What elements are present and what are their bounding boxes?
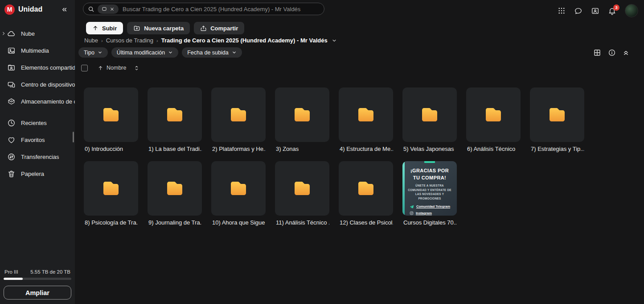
sidebar-item-label: Centro de dispositivos xyxy=(21,81,75,88)
folder-item[interactable]: 6) Análisis Técnico xyxy=(466,87,521,152)
new-folder-button[interactable]: Nueva carpeta xyxy=(127,22,190,34)
sidebar-item-label: Transferencias xyxy=(21,154,59,160)
folder-icon xyxy=(291,178,313,199)
folder-item[interactable]: 3) Zonas xyxy=(275,87,329,152)
sidebar-item-label: Almacenamiento de o xyxy=(21,98,75,105)
file-grid: 0) Introducción 1) La base del Tradi... … xyxy=(84,87,584,226)
folder-icon xyxy=(355,178,377,199)
filter-upload-date-chip[interactable]: Fecha de subida xyxy=(182,47,242,58)
apps-grid-icon[interactable] xyxy=(558,7,566,15)
storage-progress-track xyxy=(4,278,71,280)
chevron-right-icon[interactable] xyxy=(1,31,6,36)
sidebar-item-transferencias[interactable]: Transferencias xyxy=(0,148,75,165)
instagram-link: Instagram xyxy=(416,211,432,215)
chevron-down-icon xyxy=(98,50,103,55)
sort-by-name[interactable]: Nombre xyxy=(107,65,126,71)
mega-logo-icon[interactable]: M xyxy=(4,4,15,15)
app-title: Unidad xyxy=(18,5,60,13)
thumbnail-subtitle: ÚNETE A NUESTRA COMUNIDAD Y ENTÉRATE DE … xyxy=(407,183,452,201)
sidebar-item-centro-de-dispositivos[interactable]: Centro de dispositivos xyxy=(0,76,75,93)
sidebar-item-favoritos[interactable]: Favoritos xyxy=(0,131,75,148)
folder-item[interactable]: 1) La base del Tradi... xyxy=(148,87,202,152)
breadcrumb-separator-icon: › xyxy=(101,38,103,43)
sidebar-item-label: Papelera xyxy=(21,171,44,177)
sidebar-item-elementos-compartidos[interactable]: Elementos compartidos xyxy=(0,59,75,76)
thumbnail-title-line2: TU COMPRA! xyxy=(402,175,457,182)
storage-usage: 5.55 TB de 20 TB xyxy=(30,269,70,275)
sidebar-collapse-icon[interactable] xyxy=(60,5,69,14)
chevron-down-icon xyxy=(168,50,173,55)
share-button[interactable]: Compartir xyxy=(194,22,244,34)
info-icon[interactable] xyxy=(608,49,616,57)
folder-name: 9) Journaling de Tra... xyxy=(148,219,202,226)
thumbnail-title-line1: ¡GRACIAS POR xyxy=(402,167,457,175)
sidebar-item-label: Recientes xyxy=(21,120,47,126)
chevron-down-icon[interactable] xyxy=(332,38,337,43)
breadcrumb-current[interactable]: Trading de Cero a Cien 2025 (Hundred Aca… xyxy=(161,37,328,44)
folder-plus-icon xyxy=(133,25,140,32)
sort-toggle-icon[interactable] xyxy=(134,65,139,71)
avatar[interactable] xyxy=(625,4,638,17)
folder-icon xyxy=(546,104,568,125)
collapse-panel-icon[interactable] xyxy=(623,50,629,56)
image-icon xyxy=(7,46,16,55)
folder-item[interactable]: 11) Análisis Técnico ... xyxy=(275,161,329,226)
folder-icon xyxy=(419,104,440,125)
folder-item[interactable]: 4) Estructura de Me... xyxy=(339,87,393,152)
folder-name: 5) Velas Japonesas xyxy=(402,146,457,152)
chat-icon[interactable] xyxy=(574,7,582,15)
clear-scope-icon[interactable] xyxy=(110,7,115,12)
folder-item[interactable]: 10) Ahora que Sigue xyxy=(211,161,266,226)
folder-name: 12) Clases de Psicol... xyxy=(339,219,393,226)
sidebar-item-label: Multimedia xyxy=(21,47,49,54)
contacts-icon[interactable] xyxy=(591,7,599,15)
folder-item[interactable]: 5) Velas Japonesas xyxy=(402,87,457,152)
sort-direction-icon[interactable] xyxy=(98,65,103,71)
filter-type-chip[interactable]: Tipo xyxy=(78,47,108,58)
notifications-bell-icon[interactable]: 3 xyxy=(608,7,616,15)
search-input[interactable] xyxy=(123,6,320,12)
toolbar: Subir Nueva carpeta Compartir xyxy=(86,22,244,34)
transfers-icon xyxy=(7,153,16,161)
folder-icon xyxy=(100,104,122,125)
storage-progress-fill xyxy=(4,278,23,280)
sidebar-item-label: Nube xyxy=(21,30,35,37)
sidebar-item-nube[interactable]: Nube xyxy=(0,25,75,42)
nav-group-divider xyxy=(0,110,75,114)
sidebar-item-papelera[interactable]: Papelera xyxy=(0,165,75,182)
sidebar-item-recientes[interactable]: Recientes xyxy=(0,114,75,131)
upload-button[interactable]: Subir xyxy=(86,22,123,34)
heart-icon xyxy=(7,136,16,144)
folder-name: 0) Introducción xyxy=(84,146,138,152)
folder-name: 8) Psicología de Tra... xyxy=(84,219,138,226)
folder-item[interactable]: 7) Estrategias y Tip... xyxy=(530,87,584,152)
folder-icon xyxy=(164,104,185,125)
folder-name: 6) Análisis Técnico xyxy=(466,146,521,152)
select-all-checkbox[interactable] xyxy=(81,65,88,71)
sidebar-item-label: Elementos compartidos xyxy=(21,64,75,71)
grid-view-icon[interactable] xyxy=(593,49,601,57)
breadcrumb-root[interactable]: Nube xyxy=(84,37,98,44)
sidebar-item-multimedia[interactable]: Multimedia xyxy=(0,42,75,59)
sidebar-scrollbar[interactable] xyxy=(73,132,74,142)
logo-row: M Unidad xyxy=(0,0,75,19)
search-bar[interactable] xyxy=(83,3,324,15)
upgrade-button[interactable]: Ampliar xyxy=(4,286,71,300)
shared-folder-icon xyxy=(7,63,16,72)
folder-item[interactable]: 12) Clases de Psicol... xyxy=(339,161,393,226)
image-file-item[interactable]: ¡GRACIAS POR TU COMPRA! ÚNETE A NUESTRA … xyxy=(402,161,457,226)
search-scope-chip[interactable] xyxy=(98,4,119,14)
folder-item[interactable]: 9) Journaling de Tra... xyxy=(148,161,202,226)
folder-icon xyxy=(291,104,313,125)
view-controls xyxy=(593,49,629,57)
folder-item[interactable]: 8) Psicología de Tra... xyxy=(84,161,138,226)
file-name: Cursos Digitales 70... xyxy=(402,219,457,226)
breadcrumb-parent[interactable]: Cursos de Trading xyxy=(106,37,153,44)
folder-name: 4) Estructura de Me... xyxy=(339,146,393,152)
devices-icon xyxy=(7,80,16,89)
filter-modified-chip[interactable]: Última modificación xyxy=(111,47,178,58)
folder-item[interactable]: 0) Introducción xyxy=(84,87,138,152)
folder-item[interactable]: 2) Plataformas y He... xyxy=(211,87,266,152)
sidebar-item-almacenamiento-de-objetos[interactable]: Almacenamiento de o xyxy=(0,93,75,110)
sidebar-nav: Nube Multimedia Elementos compartidos Ce… xyxy=(0,25,75,182)
